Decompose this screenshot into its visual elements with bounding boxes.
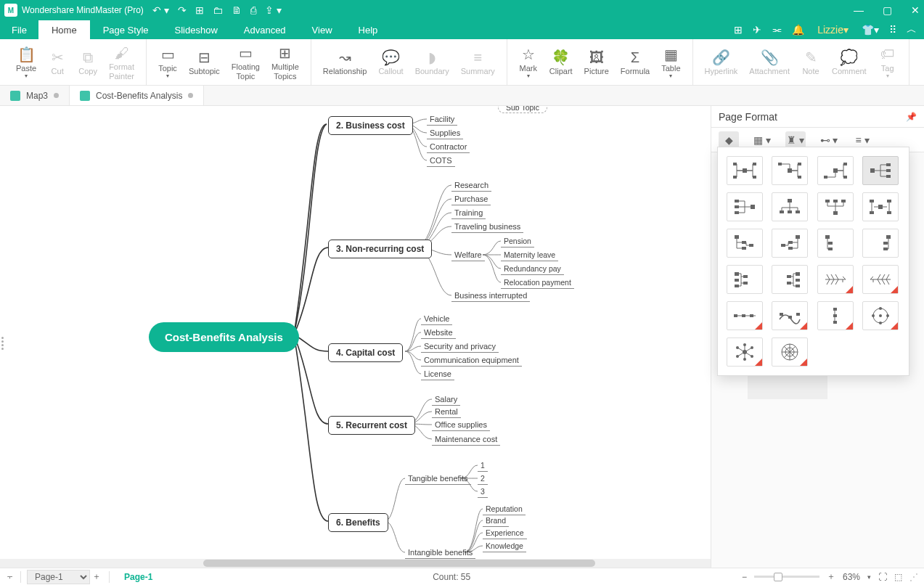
paste-button[interactable]: 📋Paste▾ bbox=[10, 39, 42, 85]
relationship-button[interactable]: ↝Relationship bbox=[317, 39, 373, 85]
layout-option-11[interactable] bbox=[817, 229, 854, 258]
layout-option-6[interactable] bbox=[772, 192, 808, 221]
node-recurrent-cost[interactable]: 5. Recurrent cost bbox=[328, 416, 415, 435]
menu-advanced[interactable]: Advanced bbox=[231, 20, 299, 39]
leaf[interactable]: 3 bbox=[478, 486, 488, 498]
tab-cba[interactable]: Cost-Benefits Analysis bbox=[70, 86, 204, 105]
cut-button[interactable]: ✂Cut bbox=[42, 39, 73, 85]
export-icon[interactable]: ⇪ ▾ bbox=[265, 4, 282, 16]
comment-button[interactable]: 💭Comment bbox=[826, 39, 872, 85]
save-icon[interactable]: 🗎 bbox=[232, 4, 242, 16]
node-benefits[interactable]: 6. Benefits bbox=[328, 513, 388, 532]
boundary-button[interactable]: ◗Boundary bbox=[409, 39, 455, 85]
layout-option-3[interactable] bbox=[817, 156, 854, 185]
tb-connector-icon[interactable]: ⊷ ▾ bbox=[819, 131, 839, 149]
page-tab[interactable]: Page-1 bbox=[115, 572, 161, 582]
tb-layout-icon[interactable]: ♜ ▾ bbox=[785, 131, 806, 149]
leaf[interactable]: 2 bbox=[478, 473, 488, 485]
page-select[interactable]: Page-1 bbox=[27, 570, 90, 584]
mark-button[interactable]: ☆Mark▾ bbox=[513, 39, 544, 85]
leaf[interactable]: Knowledge bbox=[483, 541, 526, 552]
format-painter-button[interactable]: 🖌Format Painter bbox=[103, 39, 140, 85]
leaf[interactable]: Traveling business bbox=[451, 221, 523, 233]
leaf[interactable]: Office supplies bbox=[432, 420, 490, 431]
leaf[interactable]: Vehicle bbox=[421, 314, 452, 325]
menu-slideshow[interactable]: Slideshow bbox=[162, 20, 231, 39]
leaf[interactable]: Salary bbox=[432, 394, 460, 406]
layout-option-14[interactable] bbox=[772, 265, 808, 294]
leaf-tangible[interactable]: Tangible benefits bbox=[405, 473, 471, 485]
menu-page-style[interactable]: Page Style bbox=[90, 20, 162, 39]
layout-option-8[interactable] bbox=[862, 192, 899, 221]
zoom-out-button[interactable]: − bbox=[742, 572, 747, 582]
leaf[interactable]: Purchase bbox=[451, 194, 491, 205]
undo-icon[interactable]: ↶ ▾ bbox=[152, 4, 169, 16]
leaf[interactable]: Research bbox=[451, 180, 491, 192]
pin-icon[interactable]: 📌 bbox=[906, 112, 917, 122]
leaf[interactable]: Website bbox=[421, 327, 456, 339]
layout-option-timeline-h[interactable] bbox=[727, 301, 763, 330]
menu-home[interactable]: Home bbox=[38, 20, 90, 39]
node-non-recurring[interactable]: 3. Non-recurring cost bbox=[328, 240, 432, 258]
picture-button[interactable]: 🖼Picture bbox=[578, 39, 615, 85]
tb-theme-icon[interactable]: ▦ ▾ bbox=[752, 131, 772, 149]
leaf[interactable]: Training bbox=[451, 208, 486, 219]
leaf[interactable]: COTS bbox=[427, 155, 455, 167]
copy-button[interactable]: ⧉Copy bbox=[73, 39, 103, 85]
add-page-button[interactable]: ＋ bbox=[90, 570, 103, 584]
layout-option-4-selected[interactable] bbox=[862, 156, 899, 185]
leaf[interactable]: Supplies bbox=[427, 128, 463, 139]
drag-handle-icon[interactable] bbox=[1, 337, 4, 350]
root-node[interactable]: Cost-Benefits Analysis bbox=[149, 322, 299, 352]
leaf[interactable]: Maternity leave bbox=[501, 250, 558, 261]
menu-help[interactable]: Help bbox=[346, 20, 391, 39]
layout-option-10[interactable] bbox=[772, 229, 808, 258]
zoom-slider[interactable] bbox=[754, 576, 819, 578]
maximize-icon[interactable]: ▢ bbox=[883, 4, 892, 16]
new-icon[interactable]: ⊞ bbox=[195, 4, 204, 16]
resize-grip-icon[interactable]: ⋰ bbox=[909, 572, 918, 582]
leaf[interactable]: Facility bbox=[427, 114, 457, 126]
multiple-topics-button[interactable]: ⊞Multiple Topics bbox=[266, 39, 305, 85]
page-width-icon[interactable]: ⫟ bbox=[6, 572, 15, 582]
topic-button[interactable]: ▭Topic▾ bbox=[152, 39, 183, 85]
print-icon[interactable]: ⎙ bbox=[250, 4, 256, 16]
hyperlink-button[interactable]: 🔗Hyperlink bbox=[699, 39, 744, 85]
layout-option-circle[interactable] bbox=[862, 301, 899, 330]
layout-option-radial[interactable] bbox=[772, 338, 808, 367]
summary-button[interactable]: ≡Summary bbox=[455, 39, 501, 85]
layout-option-13[interactable] bbox=[727, 265, 763, 294]
outline-button[interactable]: ♜ bbox=[915, 39, 924, 85]
layout-option-5[interactable] bbox=[727, 192, 763, 221]
zoom-in-button[interactable]: ＋ bbox=[827, 570, 835, 583]
close-icon[interactable]: ✕ bbox=[911, 4, 920, 16]
leaf[interactable]: Rental bbox=[432, 406, 461, 418]
menu-view[interactable]: View bbox=[299, 20, 346, 39]
leaf[interactable]: 1 bbox=[478, 460, 488, 472]
layout-option-fishbone-left[interactable] bbox=[862, 265, 899, 294]
tab-map3[interactable]: Map3 bbox=[0, 86, 70, 105]
shirt-icon[interactable]: 👕▾ bbox=[862, 24, 879, 36]
layout-option-timeline-curve[interactable] bbox=[772, 301, 808, 330]
subtopic-button[interactable]: ⊟Subtopic bbox=[183, 39, 226, 85]
node-capital-cost[interactable]: 4. Capital cost bbox=[328, 343, 403, 362]
node-business-cost[interactable]: 2. Business cost bbox=[328, 116, 413, 135]
tb-background-icon[interactable]: ◆ bbox=[719, 131, 739, 149]
layout-option-9[interactable] bbox=[727, 229, 763, 258]
formula-button[interactable]: ΣFormula bbox=[615, 39, 655, 85]
layout-option-bubble[interactable] bbox=[727, 338, 763, 367]
leaf[interactable]: Brand bbox=[483, 515, 509, 527]
open-icon[interactable]: 🗀 bbox=[213, 4, 223, 16]
layout-option-7[interactable] bbox=[817, 192, 854, 221]
subtopic-node[interactable]: Sub Topic bbox=[498, 106, 547, 113]
leaf[interactable]: Pension bbox=[501, 236, 534, 248]
clipart-button[interactable]: 🍀Clipart bbox=[544, 39, 578, 85]
leaf[interactable]: Experience bbox=[483, 528, 527, 539]
gift-icon[interactable]: ⊞ bbox=[734, 24, 743, 36]
leaf[interactable]: Business interrupted bbox=[451, 290, 530, 302]
tag-button[interactable]: 🏷Tag▾ bbox=[872, 39, 903, 85]
send-icon[interactable]: ✈ bbox=[753, 24, 761, 36]
canvas[interactable]: Cost-Benefits Analysis Sub Topic 2. Busi… bbox=[0, 106, 711, 568]
layout-option-fishbone-right[interactable] bbox=[817, 265, 854, 294]
fit-width-icon[interactable]: ⬚ bbox=[894, 572, 902, 582]
